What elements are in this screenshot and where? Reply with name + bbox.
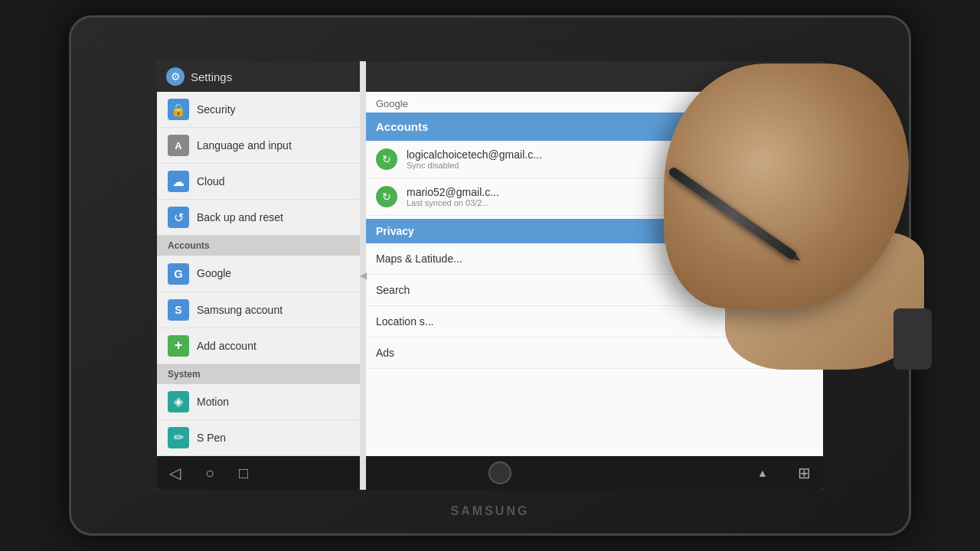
sidebar-label-addaccount: Add account: [197, 340, 256, 352]
motion-icon: ◈: [168, 391, 189, 412]
sidebar-item-security[interactable]: 🔒 Security: [157, 92, 364, 128]
sidebar-item-language[interactable]: A Language and input: [157, 128, 364, 164]
samsung-icon: S: [168, 299, 189, 321]
sidebar-label-backup: Back up and reset: [197, 211, 283, 223]
account-email-1: logicalchoicetech@gmail.c...: [407, 148, 542, 161]
settings-icon: ⚙: [166, 67, 185, 86]
account-details-2: mario52@gmail.c... Last synced on 03/2..…: [407, 186, 499, 207]
sidebar: 🔒 Security A Language and input ☁ Cloud …: [157, 92, 364, 456]
back-button[interactable]: ◁: [157, 458, 193, 488]
sidebar-label-security: Security: [197, 103, 236, 116]
sidebar-item-addaccount[interactable]: + Add account: [157, 328, 364, 364]
fullscreen-button[interactable]: ⊞: [786, 458, 823, 488]
sidebar-item-spen[interactable]: ✏ S Pen: [157, 420, 364, 456]
home-circle: [488, 461, 511, 484]
sidebar-item-google[interactable]: G Google: [157, 256, 364, 292]
bottom-navigation: ◁ ○ □ ▲ ⊞: [157, 456, 823, 490]
sidebar-label-spen: S Pen: [197, 432, 226, 444]
sidebar-item-motion[interactable]: ◈ Motion: [157, 384, 364, 420]
sidebar-item-samsung[interactable]: S Samsung account: [157, 292, 364, 328]
security-icon: 🔒: [168, 99, 189, 120]
account-status-1: Sync disabled: [407, 161, 542, 170]
sidebar-item-backup[interactable]: ↺ Back up and reset: [157, 200, 364, 236]
account-icon-2: ↻: [376, 186, 397, 207]
account-status-2: Last synced on 03/2...: [407, 198, 499, 207]
home-button[interactable]: ○: [193, 458, 227, 488]
up-indicator: ▲: [740, 467, 786, 479]
accounts-section-header: Accounts: [157, 236, 364, 256]
sidebar-label-motion: Motion: [197, 396, 229, 408]
cloud-icon: ☁: [168, 171, 189, 192]
sidebar-item-cloud[interactable]: ☁ Cloud: [157, 164, 364, 200]
accounts-header-text: Accounts: [376, 120, 428, 133]
google-icon: G: [168, 263, 189, 285]
spen-icon: ✏: [168, 427, 189, 448]
account-icon-1: ↻: [376, 148, 397, 170]
addaccount-icon: +: [168, 335, 189, 357]
sidebar-label-samsung: Samsung account: [197, 304, 283, 316]
page-title: Settings: [191, 70, 765, 83]
account-email-2: mario52@gmail.c...: [407, 186, 499, 198]
scroll-divider: ◀: [360, 92, 366, 456]
recent-apps-button[interactable]: □: [227, 458, 260, 488]
language-icon: A: [168, 135, 189, 156]
backup-icon: ↺: [168, 207, 189, 228]
tablet-device: ⚙ Settings ↻ Sync all 🔒 Security A Lan: [69, 15, 911, 536]
sidebar-label-google: Google: [197, 267, 231, 279]
center-indicator: [260, 461, 740, 484]
watch-band: [893, 308, 932, 370]
samsung-branding: SAMSUNG: [451, 504, 530, 518]
sidebar-label-language: Language and input: [197, 139, 292, 152]
sidebar-label-cloud: Cloud: [197, 175, 225, 187]
account-details-1: logicalchoicetech@gmail.c... Sync disabl…: [407, 148, 542, 170]
system-section-header: System: [157, 364, 364, 384]
